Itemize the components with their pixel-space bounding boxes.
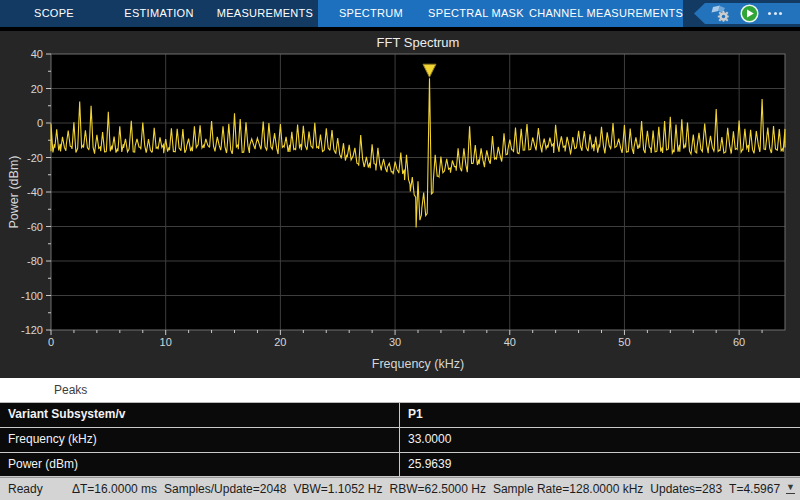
svg-text:-60: -60	[27, 221, 43, 233]
spectrum-display-panel: FFT Spectrum Power (dBm) Frequency (kHz)…	[0, 31, 800, 378]
quick-access-toolbar	[694, 3, 800, 24]
contextual-tab-group: SPECTRUM SPECTRAL MASK CHANNEL MEASUREME…	[318, 0, 683, 27]
svg-text:-20: -20	[27, 152, 43, 164]
peaks-row-frequency: Frequency (kHz) 33.0000	[0, 428, 800, 453]
tab-channel-measurements[interactable]: CHANNEL MEASUREMENTS	[529, 0, 683, 27]
svg-text:60: 60	[733, 336, 745, 348]
peaks-table-header-row: Variant Subsystem/v P1	[0, 403, 800, 428]
svg-text:0: 0	[48, 336, 54, 348]
svg-text:30: 30	[389, 336, 401, 348]
status-bar: Ready ΔT=16.0000 ms Samples/Update=2048 …	[0, 477, 800, 500]
tab-spectrum[interactable]: SPECTRUM	[339, 0, 403, 27]
status-state: Ready	[8, 482, 72, 496]
svg-text:10: 10	[160, 336, 172, 348]
peaks-row-power: Power (dBm) 25.9639	[0, 453, 800, 478]
svg-text:20: 20	[31, 83, 43, 95]
tab-estimation[interactable]: ESTIMATION	[124, 0, 193, 27]
peaks-header-source: Variant Subsystem/v	[0, 403, 400, 427]
run-icon[interactable]	[740, 4, 759, 23]
peaks-title: Peaks	[54, 383, 87, 397]
collapse-icon[interactable]: ▼	[786, 482, 795, 494]
svg-text:40: 40	[504, 336, 516, 348]
more-options-icon[interactable]	[768, 12, 782, 15]
peaks-table: Variant Subsystem/v P1 Frequency (kHz) 3…	[0, 402, 800, 477]
tab-scope[interactable]: SCOPE	[34, 0, 74, 27]
svg-text:50: 50	[618, 336, 630, 348]
svg-text:-40: -40	[27, 186, 43, 198]
svg-text:20: 20	[274, 336, 286, 348]
svg-text:-80: -80	[27, 255, 43, 267]
fft-spectrum-plot[interactable]: 40200-20-40-60-80-100-1200102030405060	[0, 31, 800, 378]
svg-text:-120: -120	[21, 324, 43, 336]
svg-text:-100: -100	[21, 290, 43, 302]
status-stats: ΔT=16.0000 ms Samples/Update=2048 VBW=1.…	[72, 482, 780, 496]
svg-text:40: 40	[31, 48, 43, 60]
tab-measurements[interactable]: MEASUREMENTS	[217, 0, 314, 27]
tab-spectral-mask[interactable]: SPECTRAL MASK	[428, 0, 524, 27]
peaks-section-header[interactable]: Peaks	[0, 378, 800, 402]
simulation-settings-icon[interactable]	[711, 4, 731, 23]
peaks-header-p1: P1	[400, 403, 800, 427]
svg-text:0: 0	[37, 117, 43, 129]
toolstrip: SCOPE ESTIMATION MEASUREMENTS SPECTRUM S…	[0, 0, 800, 27]
